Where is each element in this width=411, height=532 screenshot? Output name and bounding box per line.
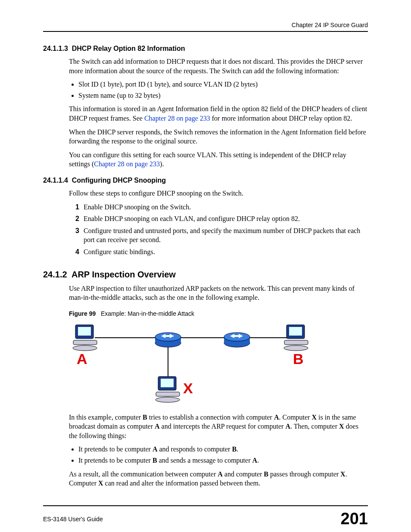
paragraph: The Switch can add information to DHCP r… — [69, 57, 368, 75]
section-heading: 24.1.1.4 Configuring DHCP Snooping — [43, 177, 368, 184]
text: ). — [160, 160, 164, 168]
paragraph: Use ARP inspection to filter unauthorize… — [69, 284, 368, 302]
bullet-list: Slot ID (1 byte), port ID (1 byte), and … — [78, 80, 368, 100]
svg-point-21 — [156, 397, 180, 402]
bullet-list: It pretends to be computer A and respond… — [78, 445, 368, 465]
paragraph: When the DHCP server responds, the Switc… — [69, 128, 368, 146]
svg-rect-5 — [78, 327, 91, 336]
footer-guide: ES-3148 User's Guide — [43, 510, 103, 523]
list-item: Slot ID (1 byte), port ID (1 byte), and … — [78, 80, 368, 89]
list-item: 3Configure trusted and untrusted ports, … — [69, 226, 368, 245]
svg-point-7 — [73, 345, 97, 351]
section-body: The Switch can add information to DHCP r… — [69, 57, 368, 169]
step-text: Enable DHCP snooping on the Switch. — [84, 202, 191, 212]
step-num: 1 — [69, 202, 79, 212]
page-header: Chapter 24 IP Source Guard — [43, 22, 368, 32]
section-body: Use ARP inspection to filter unauthorize… — [69, 284, 368, 488]
step-num: 4 — [69, 247, 79, 257]
paragraph: Follow these steps to configure DHCP sno… — [69, 189, 368, 198]
router-icon — [224, 333, 250, 347]
node-label-b: B — [293, 351, 304, 367]
list-item: 2Enable DHCP snooping on each VLAN, and … — [69, 214, 368, 224]
section-num: 24.1.2 — [43, 270, 67, 279]
list-item: It pretends to be computer B and sends a… — [78, 456, 368, 465]
paragraph: As a result, all the communication betwe… — [69, 470, 368, 488]
section-title: ARP Inspection Overview — [72, 270, 176, 279]
section-heading: 24.1.2 ARP Inspection Overview — [43, 270, 368, 280]
cross-ref-link[interactable]: Chapter 28 on page 233 — [94, 160, 160, 168]
paragraph: You can configure this setting for each … — [69, 150, 368, 169]
svg-point-17 — [284, 345, 308, 351]
step-num: 3 — [69, 226, 79, 245]
step-text: Enable DHCP snooping on each VLAN, and c… — [84, 214, 300, 224]
text: for more information about DHCP relay op… — [210, 115, 352, 122]
svg-rect-16 — [284, 340, 308, 345]
chapter-title: Chapter 24 IP Source Guard — [292, 22, 368, 28]
list-item: It pretends to be computer A and respond… — [78, 445, 368, 454]
svg-rect-6 — [73, 340, 97, 345]
list-item: 4Configure static bindings. — [69, 247, 368, 257]
section-title: Configuring DHCP Snooping — [72, 177, 166, 184]
paragraph: This information is stored in an Agent I… — [69, 104, 368, 123]
page-footer: ES-3148 User's Guide 201 — [43, 505, 368, 528]
list-item: 1Enable DHCP snooping on the Switch. — [69, 202, 368, 212]
figure-number: Figure 99 — [69, 310, 96, 317]
computer-icon — [284, 325, 308, 351]
step-num: 2 — [69, 214, 79, 224]
list-item: System name (up to 32 bytes) — [78, 91, 368, 100]
figure-caption: Figure 99 Example: Man-in-the-middle Att… — [69, 310, 368, 317]
figure-diagram: A B X — [69, 320, 310, 407]
paragraph: In this example, computer B tries to est… — [69, 413, 368, 441]
svg-rect-15 — [289, 327, 302, 336]
step-text: Configure trusted and untrusted ports, a… — [84, 226, 368, 245]
section-title: DHCP Relay Option 82 Information — [72, 45, 185, 52]
section-num: 24.1.1.3 — [43, 45, 68, 52]
section-heading: 24.1.1.3 DHCP Relay Option 82 Informatio… — [43, 45, 368, 53]
computer-icon — [73, 325, 97, 351]
step-text: Configure static bindings. — [84, 247, 155, 257]
page: Chapter 24 IP Source Guard 24.1.1.3 DHCP… — [0, 0, 411, 532]
footer-page-number: 201 — [341, 510, 368, 528]
figure-title: Example: Man-in-the-middle Attack — [101, 310, 194, 317]
node-label-x: X — [183, 380, 193, 397]
node-label-a: A — [77, 351, 87, 367]
cross-ref-link[interactable]: Chapter 28 on page 233 — [144, 115, 210, 122]
svg-rect-20 — [156, 392, 180, 396]
router-icon — [155, 333, 181, 347]
computer-icon — [156, 376, 180, 402]
section-body: Follow these steps to configure DHCP sno… — [69, 189, 368, 257]
numbered-list: 1Enable DHCP snooping on the Switch. 2En… — [69, 202, 368, 257]
section-num: 24.1.1.4 — [43, 177, 68, 184]
svg-rect-19 — [161, 379, 174, 387]
